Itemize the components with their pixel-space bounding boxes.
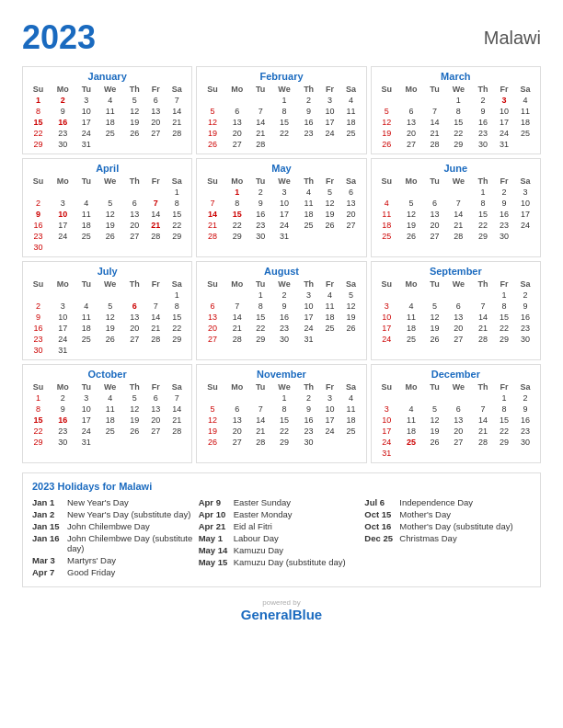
calendar-day: 27 (224, 139, 249, 150)
calendar-day: 30 (494, 231, 514, 242)
calendar-day: 2 (50, 392, 75, 404)
calendar-day: 22 (270, 128, 297, 139)
holiday-row: Apr 9Easter Sunday (199, 497, 365, 507)
holiday-row: Oct 15Mother's Day (364, 509, 531, 519)
calendar-day: 4 (340, 95, 362, 106)
calendar-day: 1 (224, 187, 249, 198)
calendar-day: 3 (76, 392, 98, 404)
calendar-day (224, 392, 249, 404)
calendar-day: 21 (224, 323, 249, 334)
calendar-day: 3 (50, 301, 75, 312)
calendar-day: 21 (166, 117, 188, 128)
calendar-day: 23 (27, 231, 50, 242)
holiday-name: Christmas Day (399, 533, 456, 543)
calendar-day: 16 (250, 209, 271, 220)
holiday-name: New Year's Day (substitute day) (67, 509, 190, 519)
calendar-day: 26 (375, 139, 398, 150)
calendar-day: 15 (472, 209, 494, 220)
calendar-day: 3 (320, 95, 340, 106)
calendar-day: 2 (27, 301, 50, 312)
calendars-grid: JanuarySuMoTuWeThFrSa1234567891011121314… (22, 66, 541, 463)
calendar-day: 5 (424, 301, 445, 312)
month-block: JanuarySuMoTuWeThFrSa1234567891011121314… (22, 66, 192, 154)
day-header: We (270, 176, 297, 187)
calendar-day: 23 (27, 334, 50, 345)
calendar-day: 8 (27, 404, 50, 415)
calendar-day: 25 (97, 128, 123, 139)
calendar-day (340, 231, 362, 242)
day-header: Sa (514, 176, 536, 187)
holiday-date: Jan 1 (32, 497, 67, 507)
calendar-day: 28 (224, 334, 249, 345)
calendar-day: 11 (514, 106, 536, 117)
day-header: Sa (166, 381, 188, 392)
calendar-day: 9 (27, 312, 50, 323)
calendar-day: 6 (201, 301, 224, 312)
calendar-day: 25 (76, 231, 98, 242)
day-header: Fr (145, 176, 166, 187)
holiday-row: Jan 1New Year's Day (32, 497, 199, 507)
calendar-day: 10 (76, 404, 98, 415)
calendar-day: 14 (472, 312, 494, 323)
calendar-day: 25 (340, 426, 362, 437)
holiday-row: May 14Kamuzu Day (199, 545, 365, 555)
calendar-day: 2 (494, 187, 514, 198)
holidays-column: Apr 9Easter SundayApr 10Easter MondayApr… (199, 497, 365, 579)
holiday-name: Easter Monday (234, 509, 293, 519)
day-header: Sa (340, 381, 362, 392)
calendar-day: 20 (424, 220, 445, 231)
calendar-day: 1 (27, 95, 50, 106)
calendar-day: 2 (298, 95, 320, 106)
calendar-day: 27 (145, 128, 166, 139)
calendar-day: 8 (224, 198, 249, 209)
day-header: Fr (320, 279, 340, 290)
calendar-day (298, 139, 320, 150)
calendar-day: 3 (494, 95, 514, 106)
day-header: We (270, 279, 297, 290)
calendar-day: 20 (145, 415, 166, 426)
calendar-day: 6 (424, 198, 445, 209)
day-header: Sa (166, 176, 188, 187)
calendar-day: 30 (50, 139, 75, 150)
calendar-day: 8 (250, 301, 271, 312)
calendar-day: 8 (270, 404, 297, 415)
calendar-day: 26 (340, 323, 362, 334)
day-header: Tu (424, 279, 445, 290)
calendar-day: 7 (472, 404, 494, 415)
calendar-day: 30 (472, 139, 494, 150)
calendar-day: 14 (166, 106, 188, 117)
calendar-day: 20 (445, 426, 472, 437)
calendar-table: SuMoTuWeThFrSa12345678910111213141516171… (201, 84, 362, 150)
calendar-day: 26 (123, 426, 145, 437)
calendar-day: 1 (270, 95, 297, 106)
calendar-day: 18 (340, 415, 362, 426)
day-header: Su (375, 176, 398, 187)
calendar-day: 31 (375, 448, 398, 459)
calendar-day: 27 (123, 334, 145, 345)
day-header: We (445, 84, 472, 95)
calendar-day: 16 (27, 323, 50, 334)
calendar-day: 8 (472, 198, 494, 209)
day-header: Mo (224, 381, 249, 392)
calendar-day: 7 (166, 392, 188, 404)
calendar-day: 30 (250, 231, 271, 242)
holiday-date: May 1 (199, 533, 234, 543)
calendar-day: 11 (340, 404, 362, 415)
calendar-day: 25 (76, 334, 98, 345)
day-header: We (97, 176, 123, 187)
calendar-day (340, 437, 362, 448)
calendar-day: 4 (340, 392, 362, 404)
holiday-row: Jul 6Independence Day (364, 497, 531, 507)
calendar-day: 14 (250, 415, 271, 426)
calendar-day: 6 (145, 95, 166, 106)
calendar-day: 29 (472, 231, 494, 242)
calendar-day (398, 95, 424, 106)
calendar-day: 19 (123, 415, 145, 426)
year-label: 2023 (22, 18, 96, 57)
calendar-day (123, 139, 145, 150)
holiday-name: Mother's Day (substitute day) (399, 521, 512, 531)
day-header: Mo (398, 381, 424, 392)
calendar-table: SuMoTuWeThFrSa12345678910111213141516171… (201, 176, 362, 242)
calendar-day: 15 (494, 415, 514, 426)
holiday-row: Mar 3Martyrs' Day (32, 555, 199, 565)
